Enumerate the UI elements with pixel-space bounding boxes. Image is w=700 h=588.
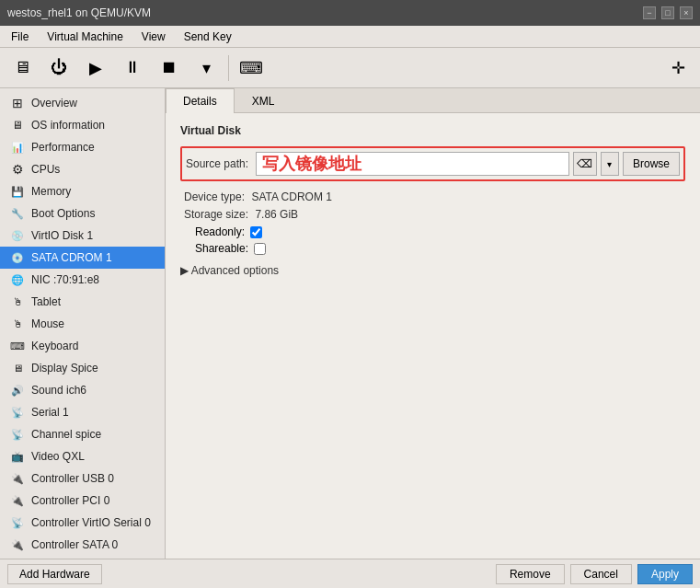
sidebar-item-label: Keyboard — [31, 340, 78, 352]
shareable-checkbox[interactable] — [254, 243, 266, 255]
serial-icon — [9, 404, 26, 421]
pci-icon — [9, 492, 26, 509]
sidebar-item-label: Controller PCI 0 — [31, 494, 109, 507]
menu-view[interactable]: View — [134, 29, 173, 45]
sidebar-item-label: Mouse — [31, 317, 64, 330]
dropdown-button[interactable]: ▾ — [189, 52, 223, 85]
sidebar-item-display[interactable]: Display Spice — [0, 357, 165, 379]
sidebar-item-virtio1[interactable]: VirtIO Disk 1 — [0, 225, 165, 247]
source-dropdown-button[interactable]: ▾ — [601, 152, 619, 176]
maximize-button[interactable]: □ — [661, 6, 674, 19]
apply-button[interactable]: Apply — [637, 564, 693, 584]
sidebar-item-boot[interactable]: Boot Options — [0, 202, 165, 225]
sidebar-item-overview[interactable]: Overview — [0, 92, 165, 114]
sidebar-item-tablet[interactable]: Tablet — [0, 291, 165, 313]
sidebar-item-pci[interactable]: Controller PCI 0 — [0, 490, 165, 512]
play-button[interactable]: ▶ — [79, 52, 112, 85]
stop-button[interactable]: ⏹ — [153, 52, 186, 85]
sidebar-item-memory[interactable]: Memory — [0, 180, 165, 202]
menu-send-key[interactable]: Send Key — [177, 29, 239, 45]
bottom-right-buttons: Remove Cancel Apply — [496, 564, 693, 584]
tab-details[interactable]: Details — [166, 88, 235, 113]
source-path-input[interactable] — [256, 152, 569, 176]
sidebar-item-vserial[interactable]: Controller VirtIO Serial 0 — [0, 512, 165, 534]
titlebar-controls: − □ × — [643, 6, 693, 19]
sidebar-item-label: Memory — [31, 185, 71, 198]
sidebar-item-label: SATA CDROM 1 — [31, 251, 112, 264]
section-title: Virtual Disk — [180, 124, 685, 137]
content-area: Details XML Virtual Disk Source path: ⌫ … — [166, 88, 700, 559]
sidebar-item-label: Performance — [31, 141, 95, 154]
settings-button[interactable]: ✛ — [661, 52, 694, 85]
tabs: Details XML — [166, 88, 700, 113]
sidebar-item-cpus[interactable]: CPUs — [0, 158, 165, 180]
sidebar-item-sata1[interactable]: SATA CDROM 1 — [0, 247, 165, 269]
sidebar-item-keyboard[interactable]: Keyboard — [0, 335, 165, 357]
sidebar-item-osinfo[interactable]: OS information — [0, 114, 165, 136]
sidebar-item-sound[interactable]: Sound ich6 — [0, 379, 165, 401]
mouse-icon — [9, 316, 26, 332]
power-button[interactable]: ⏻ — [42, 52, 75, 85]
sidebar-item-label: VirtIO Disk 1 — [31, 229, 93, 242]
sidebar-item-usb[interactable]: Controller USB 0 — [0, 467, 165, 490]
sidebar-item-label: Controller SATA 0 — [31, 538, 118, 551]
storage-size-label: Storage size: — [184, 208, 248, 221]
sidebar-item-performance[interactable]: Performance — [0, 136, 165, 158]
channel-icon — [9, 426, 26, 443]
monitor-button[interactable]: 🖥 — [6, 52, 39, 85]
add-hardware-button[interactable]: Add Hardware — [7, 564, 102, 584]
titlebar-title: westos_rhel1 on QEMU/KVM — [7, 6, 151, 19]
source-label: Source path: — [186, 157, 248, 170]
menu-virtual-machine[interactable]: Virtual Machine — [40, 29, 131, 45]
overview-icon — [9, 95, 26, 111]
sidebar-item-serial1[interactable]: Serial 1 — [0, 401, 165, 423]
sidebar-item-label: Channel spice — [31, 428, 101, 441]
sidebar-item-label: Video QXL — [31, 450, 85, 463]
toolbar: 🖥 ⏻ ▶ ⏸ ⏹ ▾ ⌨ ✛ — [0, 48, 700, 88]
nic-icon — [9, 271, 26, 288]
sendkey-button[interactable]: ⌨ — [235, 52, 268, 85]
sidebar-item-nic[interactable]: NIC :70:91:e8 — [0, 269, 165, 291]
minimize-button[interactable]: − — [643, 6, 656, 19]
sound-icon — [9, 382, 26, 398]
tab-xml[interactable]: XML — [235, 88, 293, 113]
source-path-row: Source path: ⌫ ▾ Browse — [180, 146, 685, 181]
advanced-label: ▶ Advanced options — [180, 264, 279, 277]
sidebar-item-label: Controller USB 0 — [31, 472, 114, 485]
sidebar-item-video[interactable]: Video QXL — [0, 445, 165, 467]
sidebar-item-label: NIC :70:91:e8 — [31, 273, 99, 286]
menu-file[interactable]: File — [4, 29, 36, 45]
mem-icon — [9, 183, 26, 200]
device-type-label: Device type: — [184, 190, 245, 203]
details-panel: Virtual Disk Source path: ⌫ ▾ Browse Dev… — [166, 113, 700, 559]
shareable-label: Shareable: — [195, 242, 248, 255]
storage-size-value: 7.86 GiB — [255, 208, 298, 221]
clear-button[interactable]: ⌫ — [573, 152, 597, 176]
remove-button[interactable]: Remove — [496, 564, 565, 584]
sidebar-item-csata[interactable]: Controller SATA 0 — [0, 534, 165, 556]
device-type-value: SATA CDROM 1 — [251, 190, 332, 203]
pause-button[interactable]: ⏸ — [116, 52, 149, 85]
kbd-icon — [9, 338, 26, 354]
usb-icon — [9, 470, 26, 487]
shareable-row: Shareable: — [180, 242, 685, 255]
display-icon — [9, 360, 26, 376]
sidebar-item-channel[interactable]: Channel spice — [0, 423, 165, 445]
cancel-button[interactable]: Cancel — [570, 564, 632, 584]
sidebar-item-label: Display Spice — [31, 362, 98, 375]
sata-icon — [9, 249, 26, 266]
menubar: File Virtual Machine View Send Key — [0, 26, 700, 48]
video-icon — [9, 448, 26, 465]
virtio-icon — [9, 227, 26, 244]
browse-button[interactable]: Browse — [623, 152, 680, 176]
sidebar: Overview OS information Performance CPUs… — [0, 88, 166, 559]
bottombar: Add Hardware Remove Cancel Apply — [0, 559, 700, 588]
vserial-icon — [9, 514, 26, 531]
sidebar-item-mouse[interactable]: Mouse — [0, 313, 165, 335]
sidebar-item-label: Tablet — [31, 295, 61, 308]
readonly-checkbox[interactable] — [250, 226, 262, 238]
toolbar-separator — [228, 55, 229, 81]
advanced-options-row[interactable]: ▶ Advanced options — [180, 264, 685, 277]
close-button[interactable]: × — [680, 6, 693, 19]
osinfo-icon — [9, 117, 26, 133]
